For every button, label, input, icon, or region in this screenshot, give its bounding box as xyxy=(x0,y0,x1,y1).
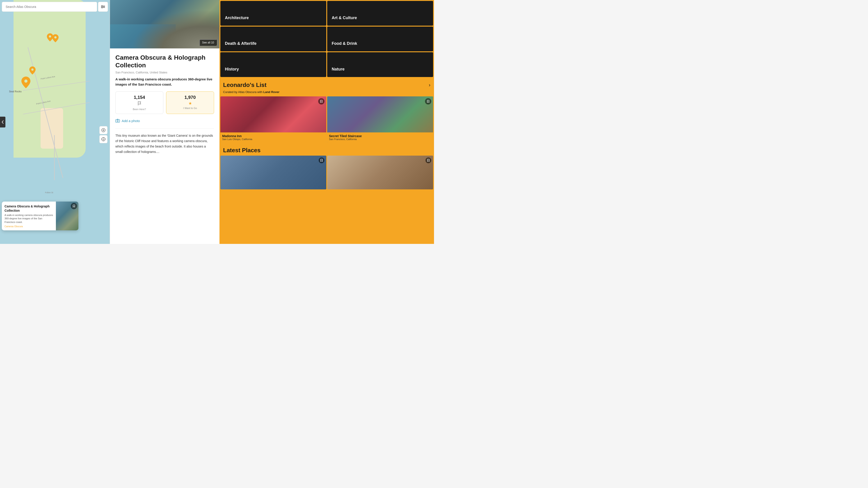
want-to-go-label: I Want to Go xyxy=(169,107,211,109)
been-here-card[interactable]: 1,154 Been Here? xyxy=(115,91,163,114)
latest-card-1[interactable] xyxy=(220,156,326,189)
place-title: Camera Obscura & Holograph Collection xyxy=(115,54,214,69)
been-here-count: 1,154 xyxy=(119,95,160,100)
map-beach xyxy=(40,108,63,149)
category-food-drink[interactable]: Food & Drink xyxy=(327,27,433,51)
popup-bookmark-button[interactable] xyxy=(71,203,77,209)
popup-description: A walk-in working camera obscura produce… xyxy=(4,214,53,224)
map-pin-selected[interactable] xyxy=(22,76,30,89)
map-background[interactable]: Seal Rocks Point Lobos Ave Point Lobos A… xyxy=(0,0,110,244)
leonardos-list-title: Leonardo's List xyxy=(223,82,267,89)
star-icon: ★ xyxy=(169,101,211,106)
madonna-bookmark-button[interactable] xyxy=(318,98,324,104)
sidebar: Architecture Art & Culture Death & After… xyxy=(219,0,434,244)
staircase-name: Secret Tiled Staircase xyxy=(329,134,431,138)
want-to-go-card[interactable]: 1,970 ★ I Want to Go xyxy=(166,91,214,114)
see-all-button[interactable]: See all 10 xyxy=(199,39,217,46)
madonna-name: Madonna Inn xyxy=(222,134,324,138)
popup-tag: Cameras Obscura xyxy=(4,225,53,228)
map-pin-2[interactable] xyxy=(52,34,59,43)
svg-point-13 xyxy=(103,139,104,140)
categories-grid: Architecture Art & Culture Death & After… xyxy=(219,0,434,78)
crosshair-button[interactable] xyxy=(99,135,107,143)
curator-line: Curated by Atlas Obscura with Land Rover xyxy=(219,90,434,96)
list-card-staircase[interactable]: Secret Tiled Staircase San Francisco, Ca… xyxy=(327,96,433,142)
category-history[interactable]: History xyxy=(220,52,326,77)
svg-rect-18 xyxy=(116,120,120,122)
bookmark-icon xyxy=(72,204,75,208)
popup-image xyxy=(56,201,79,230)
chevron-left-icon xyxy=(2,120,4,124)
category-art-culture[interactable]: Art & Culture xyxy=(327,1,433,26)
bookmark-icon xyxy=(427,159,430,162)
search-bar xyxy=(2,2,108,12)
popup-text: Camera Obscura & Holograph Collection A … xyxy=(2,201,56,230)
madonna-location: San Luis Obispo, California xyxy=(222,138,324,140)
leonardos-list-header: Leonardo's List › xyxy=(219,78,434,90)
crosshair-icon xyxy=(101,137,105,141)
staircase-location: San Francisco, California xyxy=(329,138,431,140)
want-to-go-count: 1,970 xyxy=(169,95,211,100)
detail-panel: See all 10 Camera Obscura & Holograph Co… xyxy=(110,0,219,244)
curator-brand: Land Rover xyxy=(263,90,279,94)
camera-icon xyxy=(115,119,120,123)
latest-bookmark-1[interactable] xyxy=(319,157,324,163)
search-input[interactable] xyxy=(2,2,97,12)
flag-icon xyxy=(119,101,160,107)
stats-row: 1,154 Been Here? 1,970 ★ I Want to Go xyxy=(115,91,214,114)
staircase-bookmark-button[interactable] xyxy=(425,98,431,104)
svg-point-1 xyxy=(103,6,104,7)
list-card-madonna[interactable]: Madonna Inn San Luis Obispo, California xyxy=(220,96,326,142)
curator-text: Curated by Atlas Obscura with xyxy=(223,90,262,94)
bookmark-icon xyxy=(320,159,323,162)
map-controls xyxy=(99,126,107,143)
latest-card-2[interactable] xyxy=(327,156,433,189)
leonardos-list-cards: Madonna Inn San Luis Obispo, California … xyxy=(219,96,434,143)
latest-places-section: Latest Places xyxy=(219,143,434,190)
category-architecture[interactable]: Architecture xyxy=(220,1,326,26)
leonardos-list-arrow[interactable]: › xyxy=(429,82,430,88)
map-pin-3[interactable] xyxy=(29,66,36,75)
staircase-image xyxy=(327,96,433,132)
add-photo-button[interactable]: Add a photo xyxy=(115,119,214,123)
add-location-button[interactable] xyxy=(99,126,107,134)
detail-hero-image: See all 10 xyxy=(110,0,219,48)
filter-icon xyxy=(101,5,105,9)
bookmark-icon xyxy=(320,100,323,103)
map-left-toggle[interactable] xyxy=(0,117,5,127)
add-photo-label: Add a photo xyxy=(122,119,140,123)
bookmark-icon xyxy=(427,100,430,103)
place-location: San Francisco, California, United States xyxy=(115,71,214,74)
map-location-popup[interactable]: Camera Obscura & Holograph Collection A … xyxy=(2,201,79,230)
svg-point-19 xyxy=(117,120,118,122)
divider xyxy=(115,128,214,129)
madonna-info: Madonna Inn San Luis Obispo, California xyxy=(220,132,326,142)
latest-places-title: Latest Places xyxy=(220,144,433,156)
map-road-4 xyxy=(54,135,55,180)
map-panel: Seal Rocks Point Lobos Ave Point Lobos A… xyxy=(0,0,110,244)
category-nature[interactable]: Nature xyxy=(327,52,433,77)
been-here-label: Been Here? xyxy=(119,108,160,110)
svg-point-0 xyxy=(102,5,102,6)
add-location-icon xyxy=(101,128,105,132)
popup-title: Camera Obscura & Holograph Collection xyxy=(4,204,53,213)
detail-content: Camera Obscura & Holograph Collection Sa… xyxy=(110,48,219,160)
filter-button[interactable] xyxy=(98,2,108,12)
place-tagline: A walk-in working camera obscura produce… xyxy=(115,77,214,87)
staircase-info: Secret Tiled Staircase San Francisco, Ca… xyxy=(327,132,433,142)
latest-bookmark-2[interactable] xyxy=(426,157,431,163)
latest-places-cards xyxy=(220,156,433,189)
svg-point-2 xyxy=(102,7,102,8)
category-death-afterlife[interactable]: Death & Afterlife xyxy=(220,27,326,51)
map-label-seal-rocks: Seal Rocks xyxy=(9,90,22,93)
place-description: This tiny museum also known as the 'Gian… xyxy=(115,133,214,155)
madonna-inn-image xyxy=(220,96,326,132)
